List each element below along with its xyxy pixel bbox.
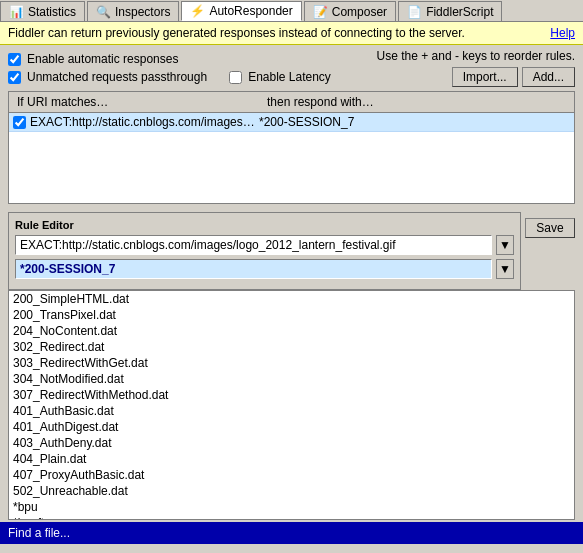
uri-editor-row: ▼ [15, 235, 514, 255]
tab-composer[interactable]: 📝 Composer [304, 1, 396, 21]
tab-statistics[interactable]: 📊 Statistics [0, 1, 85, 21]
col-respond-header: then respond with… [263, 94, 570, 110]
tab-inspectors[interactable]: 🔍 Inspectors [87, 1, 179, 21]
tab-inspectors-label: Inspectors [115, 5, 170, 19]
find-file-label: Find a file... [8, 526, 70, 540]
options-bar: Enable automatic responses Unmatched req… [0, 45, 583, 91]
inspectors-icon: 🔍 [96, 5, 111, 19]
rules-header: If URI matches… then respond with… [9, 92, 574, 113]
action-buttons: Import... Add... [452, 67, 575, 87]
import-button[interactable]: Import... [452, 67, 518, 87]
dropdown-list[interactable]: 200_SimpleHTML.dat200_TransPixel.dat204_… [8, 290, 575, 520]
rules-body: EXACT:http://static.cnblogs.com/images/l… [9, 113, 574, 203]
rule-uri: EXACT:http://static.cnblogs.com/images/l… [30, 115, 255, 129]
tab-fiddlerscript[interactable]: 📄 FiddlerScript [398, 1, 502, 21]
rule-checkbox[interactable] [13, 116, 26, 129]
col-uri-header: If URI matches… [13, 94, 263, 110]
enable-latency-label: Enable Latency [248, 70, 331, 84]
list-item[interactable]: 303_RedirectWithGet.dat [9, 355, 574, 371]
add-button[interactable]: Add... [522, 67, 575, 87]
uri-dropdown-btn[interactable]: ▼ [496, 235, 514, 255]
uri-input[interactable] [15, 235, 492, 255]
tab-composer-label: Composer [332, 5, 387, 19]
table-row[interactable]: EXACT:http://static.cnblogs.com/images/l… [9, 113, 574, 132]
list-item[interactable]: 302_Redirect.dat [9, 339, 574, 355]
list-item[interactable]: 404_Plain.dat [9, 451, 574, 467]
enable-auto-row: Enable automatic responses [8, 52, 331, 66]
list-item[interactable]: 502_Unreachable.dat [9, 483, 574, 499]
list-item[interactable]: 200_SimpleHTML.dat [9, 291, 574, 307]
find-file-bar[interactable]: Find a file... [0, 522, 583, 544]
info-message: Fiddler can return previously generated … [8, 26, 465, 40]
fiddlerscript-icon: 📄 [407, 5, 422, 19]
unmatched-label: Unmatched requests passthrough [27, 70, 207, 84]
options-right: Use the + and - keys to reorder rules. I… [377, 49, 575, 87]
enable-latency-checkbox[interactable] [229, 71, 242, 84]
respond-dropdown-btn[interactable]: ▼ [496, 259, 514, 279]
save-button[interactable]: Save [525, 218, 575, 238]
list-item[interactable]: 401_AuthBasic.dat [9, 403, 574, 419]
options-left: Enable automatic responses Unmatched req… [8, 52, 331, 84]
statistics-icon: 📊 [9, 5, 24, 19]
list-item[interactable]: 401_AuthDigest.dat [9, 419, 574, 435]
list-item[interactable]: 200_TransPixel.dat [9, 307, 574, 323]
main-content: Fiddler can return previously generated … [0, 22, 583, 553]
autoresponder-icon: ⚡ [190, 4, 205, 18]
respond-input[interactable] [15, 259, 492, 279]
unmatched-row: Unmatched requests passthrough Enable La… [8, 70, 331, 84]
composer-icon: 📝 [313, 5, 328, 19]
list-item[interactable]: *bpafter [9, 515, 574, 520]
tab-bar: 📊 Statistics 🔍 Inspectors ⚡ AutoResponde… [0, 0, 583, 22]
list-item[interactable]: 407_ProxyAuthBasic.dat [9, 467, 574, 483]
list-item[interactable]: 403_AuthDeny.dat [9, 435, 574, 451]
tab-autoresponder-label: AutoResponder [209, 4, 292, 18]
list-item[interactable]: 307_RedirectWithMethod.dat [9, 387, 574, 403]
rule-respond: *200-SESSION_7 [259, 115, 570, 129]
help-link[interactable]: Help [550, 26, 575, 40]
rules-table: If URI matches… then respond with… EXACT… [8, 91, 575, 204]
list-item[interactable]: 304_NotModified.dat [9, 371, 574, 387]
reorder-hint: Use the + and - keys to reorder rules. [377, 49, 575, 63]
list-item[interactable]: 204_NoContent.dat [9, 323, 574, 339]
enable-auto-label: Enable automatic responses [27, 52, 178, 66]
tab-autoresponder[interactable]: ⚡ AutoResponder [181, 1, 301, 21]
respond-editor-row: ▼ [15, 259, 514, 279]
rule-editor: Rule Editor ▼ ▼ [8, 212, 521, 290]
tab-fiddlerscript-label: FiddlerScript [426, 5, 493, 19]
rule-editor-title: Rule Editor [15, 219, 514, 231]
info-bar: Fiddler can return previously generated … [0, 22, 583, 45]
editor-and-save: Rule Editor ▼ ▼ Save [8, 212, 575, 290]
unmatched-checkbox[interactable] [8, 71, 21, 84]
save-section: Save [525, 212, 575, 290]
enable-auto-checkbox[interactable] [8, 53, 21, 66]
list-item[interactable]: *bpu [9, 499, 574, 515]
tab-statistics-label: Statistics [28, 5, 76, 19]
